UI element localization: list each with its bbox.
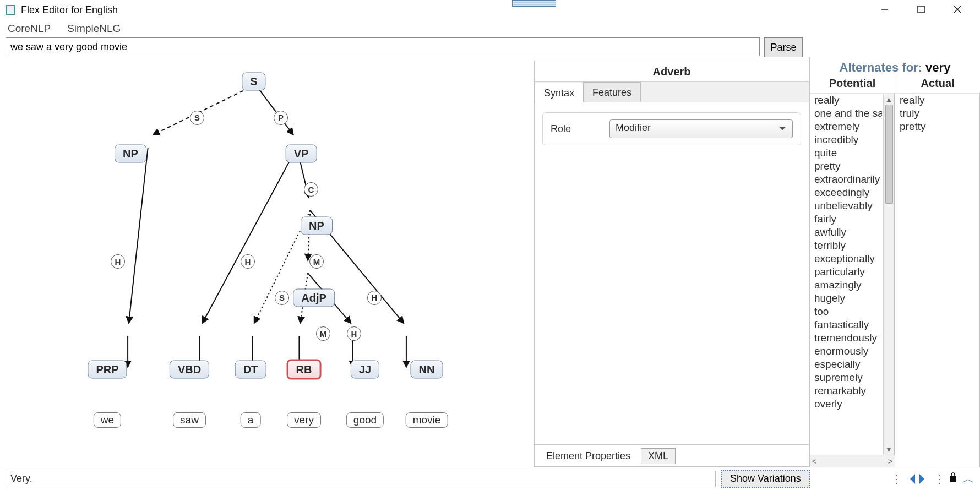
alternates-columns: Potential reallyone and the sameextremel… [810,76,980,467]
potential-item[interactable]: extraordinarily [810,173,882,186]
tab-syntax-body: Role Modifier [535,102,809,444]
scroll-up-icon[interactable]: ▲ [884,94,894,105]
main-area: SNPVPNPAdjPPRPVBDDTRBJJNNwesawaverygoodm… [0,57,980,467]
edge-label-e_np1_prp: H [111,254,125,269]
actual-list[interactable]: reallytrulypretty [895,93,980,467]
potential-item[interactable]: enormously [810,345,882,358]
potential-item[interactable]: tremendously [810,331,882,345]
alternates-header-word: very [925,61,950,74]
tree-word-we[interactable]: we [94,412,121,428]
tree-node-dt[interactable]: DT [235,361,266,379]
tree-node-s[interactable]: S [242,73,265,91]
minimize-button[interactable] [867,0,903,19]
edge-label-e_adjp_rb: M [316,326,330,341]
edge-label-e_vp_vbd: H [241,254,255,269]
actual-item[interactable]: truly [895,107,979,120]
potential-scrollbar[interactable]: ▲ ▼ [883,94,894,455]
tree-node-rb[interactable]: RB [287,360,322,380]
status-icons: ⋮ ⋮ ︿ [891,471,974,487]
tree-word-saw[interactable]: saw [173,412,206,428]
menu-simplenlg[interactable]: SimpleNLG [67,23,121,35]
potential-item[interactable]: unbelievably [810,199,882,213]
potential-item[interactable]: hugely [810,292,882,305]
edge-label-e_s_np1: S [190,111,204,125]
parse-tree-canvas[interactable]: SNPVPNPAdjPPRPVBDDTRBJJNNwesawaverygoodm… [0,57,534,467]
grip-dots-icon[interactable]: ⋮ [891,472,901,486]
potential-item[interactable]: amazingly [810,279,882,292]
tree-word-very[interactable]: very [287,412,321,428]
potential-item[interactable]: too [810,305,882,318]
input-row: Parse [0,37,980,57]
potential-item[interactable]: supremely [810,371,882,384]
tree-word-good[interactable]: good [346,412,384,428]
potential-item[interactable]: exceptionally [810,252,882,265]
show-variations-button[interactable]: Show Variations [721,470,810,488]
tree-node-nn[interactable]: NN [411,361,443,379]
role-row: Role Modifier [542,112,801,145]
scroll-thumb[interactable] [885,105,893,204]
actual-column: Actual reallytrulypretty [895,76,980,467]
tree-node-np2[interactable]: NP [301,216,333,235]
tab-syntax[interactable]: Syntax [535,83,584,102]
potential-item[interactable]: incredibly [810,133,882,146]
edge-label-e_np2_nn: H [367,291,382,305]
potential-item[interactable]: terribly [810,239,882,252]
hscroll-left-icon[interactable]: < [812,457,816,466]
potential-item[interactable]: fairly [810,213,882,226]
tab-grip[interactable] [512,0,556,7]
properties-bottom-tabs: Element Properties XML [535,444,809,466]
properties-tabs: Syntax Features [535,82,809,102]
maximize-button[interactable] [903,0,939,19]
parse-button[interactable]: Parse [764,37,803,57]
hscroll-right-icon[interactable]: > [888,457,892,466]
edge-label-e_adjp_dt: S [275,291,289,305]
potential-hscroll[interactable]: < > [810,455,895,467]
menu-corenlp[interactable]: CoreNLP [8,23,51,35]
role-select[interactable]: Modifier [609,119,793,138]
edge-label-e_adjp_jj: H [347,326,361,341]
tab-features[interactable]: Features [583,82,641,102]
alternates-panel: Alternates for: very Potential reallyone… [809,57,980,467]
actual-item[interactable]: really [895,94,979,107]
potential-item[interactable]: awfully [810,226,882,239]
potential-item[interactable]: pretty [810,160,882,173]
tree-word-a[interactable]: a [241,412,261,428]
chevron-up-icon[interactable]: ︿ [962,471,974,487]
potential-list[interactable]: reallyone and the sameextremelyincredibl… [810,93,895,455]
edge-label-e_s_vp: P [274,111,288,125]
title-bar: Flex Editor for English [0,0,980,20]
tree-node-adjp[interactable]: AdjP [293,288,335,307]
potential-item[interactable]: extremely [810,120,882,133]
prev-icon[interactable] [905,474,915,484]
tree-node-vbd[interactable]: VBD [170,361,209,379]
sentence-input[interactable] [6,37,760,56]
tree-node-prp[interactable]: PRP [88,361,127,379]
bottom-tab-element[interactable]: Element Properties [539,448,638,464]
alternates-header: Alternates for: very [810,57,980,76]
potential-item[interactable]: quite [810,146,882,160]
potential-item[interactable]: remarkably [810,384,882,398]
potential-item[interactable]: one and the same [810,107,882,120]
potential-item[interactable]: overly [810,398,882,411]
potential-item[interactable]: exceedingly [810,186,882,199]
potential-item[interactable]: fantastically [810,318,882,331]
potential-item[interactable]: really [810,94,882,107]
tree-node-vp[interactable]: VP [286,144,317,162]
properties-panel: Adverb Syntax Features Role Modifier Ele… [534,61,809,467]
close-button[interactable] [939,0,976,19]
next-icon[interactable] [919,474,929,484]
tree-node-np1[interactable]: NP [115,144,146,162]
alternates-header-prefix: Alternates for: [840,61,922,74]
bottom-tab-xml[interactable]: XML [641,448,676,464]
actual-header: Actual [895,76,980,93]
grip-dots-icon-2[interactable]: ⋮ [934,472,944,486]
bag-icon[interactable] [948,472,958,486]
potential-item[interactable]: especially [810,358,882,371]
svg-rect-1 [918,6,924,13]
scroll-down-icon[interactable]: ▼ [884,444,894,455]
potential-item[interactable]: particularly [810,265,882,279]
role-label: Role [551,123,571,135]
tree-node-jj[interactable]: JJ [351,361,379,379]
actual-item[interactable]: pretty [895,120,979,133]
tree-word-movie[interactable]: movie [406,412,448,428]
